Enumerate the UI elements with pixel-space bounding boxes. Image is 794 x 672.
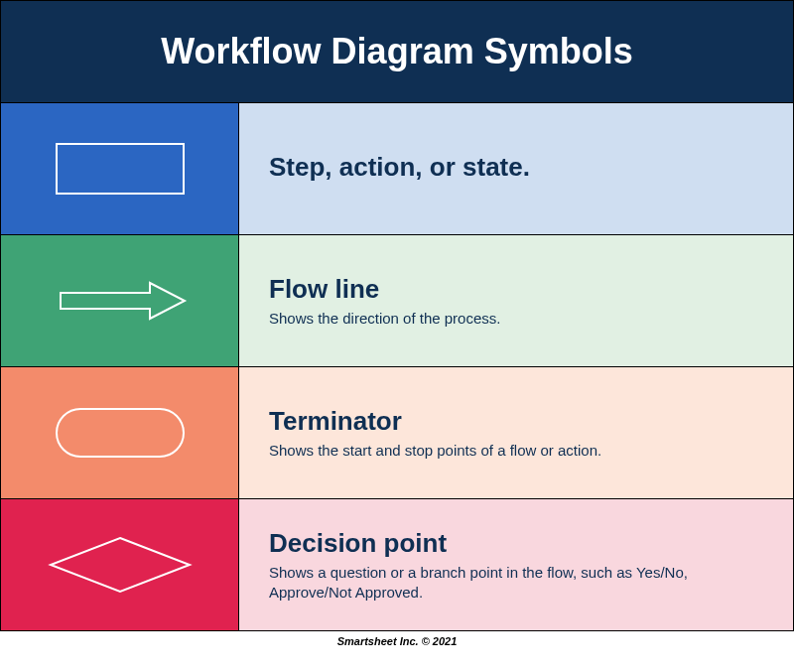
flow-sub: Shows the direction of the process. — [269, 309, 763, 329]
terminator-title: Terminator — [269, 406, 763, 437]
symbol-row-step: Step, action, or state. — [1, 102, 793, 234]
symbol-row-terminator: Terminator Shows the start and stop poin… — [1, 366, 793, 498]
desc-terminator: Terminator Shows the start and stop poin… — [239, 367, 793, 498]
symbol-row-decision: Decision point Shows a question or a bra… — [1, 498, 793, 630]
symbol-step — [1, 103, 239, 234]
diagram-title: Workflow Diagram Symbols — [1, 1, 793, 102]
diamond-icon — [41, 530, 199, 600]
arrow-icon — [46, 271, 195, 331]
pill-icon — [56, 408, 185, 458]
decision-title: Decision point — [269, 528, 763, 559]
desc-decision: Decision point Shows a question or a bra… — [239, 499, 793, 630]
step-title: Step, action, or state. — [269, 152, 763, 183]
desc-step: Step, action, or state. — [239, 103, 793, 234]
decision-sub: Shows a question or a branch point in th… — [269, 563, 763, 602]
symbol-decision — [1, 499, 239, 630]
flow-title: Flow line — [269, 274, 763, 305]
terminator-sub: Shows the start and stop points of a flo… — [269, 441, 763, 461]
symbol-row-flow: Flow line Shows the direction of the pro… — [1, 234, 793, 366]
symbol-terminator — [1, 367, 239, 498]
symbol-flow — [1, 235, 239, 366]
diagram-container: Workflow Diagram Symbols Step, action, o… — [0, 0, 794, 631]
copyright-footer: Smartsheet Inc. © 2021 — [0, 631, 794, 651]
desc-flow: Flow line Shows the direction of the pro… — [239, 235, 793, 366]
svg-marker-0 — [51, 538, 190, 592]
rectangle-icon — [56, 143, 185, 195]
